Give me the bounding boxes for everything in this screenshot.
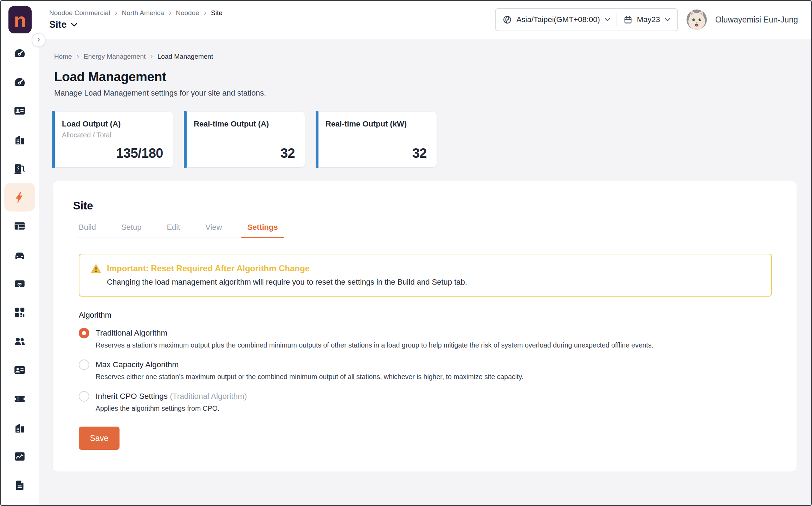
- tab-setup[interactable]: Setup: [120, 223, 143, 238]
- timezone-selector[interactable]: Asia/Taipei(GMT+08:00): [503, 15, 610, 24]
- sidebar-item-drivers[interactable]: [4, 356, 35, 384]
- breadcrumb-separator-icon: ›: [169, 9, 171, 17]
- radio-inherit-cpo-settings[interactable]: [79, 391, 89, 402]
- option-description: Reserves either one station's maximum ou…: [96, 373, 772, 381]
- document-icon: [13, 479, 26, 492]
- option-label-suffix: (Traditional Algorithm): [170, 392, 247, 401]
- site-tabs: Build Setup Edit View Settings: [77, 223, 279, 238]
- gauge-icon: [13, 76, 26, 88]
- ticket-icon: [13, 393, 26, 405]
- stat-card-realtime-amps: Real-time Output (A) 32: [185, 112, 305, 167]
- sidebar-item-vehicles[interactable]: [4, 240, 35, 269]
- org-breadcrumb-current: Site: [211, 9, 223, 17]
- user-avatar[interactable]: [687, 9, 707, 30]
- users-icon: [13, 335, 26, 348]
- org-breadcrumb-item[interactable]: Noodoe: [176, 9, 199, 17]
- id-card-icon: [13, 364, 26, 376]
- stat-card-load-output: Load Output (A) Allocated / Total 135/18…: [53, 112, 173, 167]
- stat-card-title: Load Output (A): [62, 119, 164, 129]
- radio-traditional-algorithm[interactable]: [79, 328, 89, 338]
- main-content: Home › Energy Management › Load Manageme…: [39, 39, 811, 505]
- breadcrumb-separator-icon: ›: [150, 53, 153, 60]
- qr-code-icon: [13, 306, 26, 319]
- top-header: n Noodoe Commercial › North America › No…: [1, 1, 811, 39]
- sidebar-item-transactions[interactable]: [4, 212, 35, 240]
- date-selector[interactable]: May23: [624, 15, 670, 24]
- sidebar-item-qr-codes[interactable]: [4, 298, 35, 327]
- option-description: Applies the algorithm settings from CPO.: [96, 404, 772, 413]
- date-label: May23: [637, 15, 660, 24]
- stat-card-title: Real-time Output (kW): [326, 119, 427, 129]
- calendar-icon: [624, 15, 632, 24]
- chart-icon: [13, 450, 26, 463]
- stat-card-subtitle: Allocated / Total: [62, 131, 164, 139]
- sidebar-nav: [1, 39, 39, 505]
- cat-avatar-image: [687, 9, 707, 30]
- page-breadcrumb: Home › Energy Management › Load Manageme…: [54, 53, 797, 60]
- option-label[interactable]: Inherit CPO Settings (Traditional Algori…: [96, 392, 772, 401]
- globe-icon: [503, 15, 512, 24]
- sidebar-collapse-button[interactable]: ›: [32, 33, 46, 47]
- site-panel: Site Build Setup Edit View Settings Impo…: [53, 181, 797, 472]
- page-title: Load Management: [54, 70, 797, 84]
- car-icon: [13, 248, 26, 261]
- breadcrumb-home[interactable]: Home: [54, 53, 72, 60]
- stat-card-value: 32: [412, 146, 427, 161]
- site-panel-title: Site: [73, 200, 772, 212]
- sidebar-item-rfid-cards[interactable]: [4, 269, 35, 298]
- breadcrumb-separator-icon: ›: [77, 53, 79, 60]
- sidebar-item-reports[interactable]: [4, 442, 35, 471]
- algorithm-group-label: Algorithm: [79, 311, 772, 320]
- org-breadcrumb: Noodoe Commercial › North America › Nood…: [49, 9, 223, 17]
- noodoe-logo[interactable]: n: [8, 6, 32, 33]
- sidebar-item-accounts[interactable]: [4, 96, 35, 125]
- sidebar-item-organizations[interactable]: [4, 413, 35, 442]
- user-name[interactable]: Oluwayemisi Eun-Jung: [715, 15, 798, 25]
- algorithm-options: Traditional Algorithm Reserves a station…: [79, 327, 772, 413]
- org-breadcrumb-item[interactable]: Noodoe Commercial: [49, 9, 110, 17]
- building-icon: [13, 421, 26, 434]
- option-inherit-cpo-settings: Inherit CPO Settings (Traditional Algori…: [79, 391, 772, 413]
- sidebar-item-dashboard[interactable]: [4, 39, 35, 67]
- warning-body: Changing the load management algorithm w…: [107, 278, 761, 287]
- tab-edit[interactable]: Edit: [165, 223, 181, 238]
- option-description: Reserves a station's maximum output plus…: [96, 341, 772, 349]
- tab-settings[interactable]: Settings: [246, 223, 279, 238]
- stat-card-value: 32: [281, 146, 295, 161]
- header-right: Asia/Taipei(GMT+08:00) May23: [495, 8, 798, 31]
- org-breadcrumb-item[interactable]: North America: [122, 9, 164, 17]
- sidebar-item-stations[interactable]: [4, 154, 35, 183]
- option-max-capacity-algorithm: Max Capacity Algorithm Reserves either o…: [79, 359, 772, 381]
- breadcrumb-separator-icon: ›: [115, 9, 117, 17]
- sidebar-item-sites[interactable]: [4, 125, 35, 154]
- site-selector-dropdown[interactable]: Site: [49, 19, 223, 30]
- sidebar-item-users[interactable]: [4, 327, 35, 356]
- ev-charger-icon: [13, 162, 26, 175]
- tab-build[interactable]: Build: [77, 223, 97, 238]
- option-traditional-algorithm: Traditional Algorithm Reserves a station…: [79, 327, 772, 349]
- rfid-card-icon: [13, 277, 26, 290]
- breadcrumb-energy-management[interactable]: Energy Management: [84, 53, 146, 60]
- tab-view[interactable]: View: [204, 223, 223, 238]
- table-icon: [13, 220, 26, 232]
- sidebar-item-load-management[interactable]: [4, 183, 35, 212]
- radio-max-capacity-algorithm[interactable]: [79, 359, 89, 370]
- option-label[interactable]: Traditional Algorithm: [96, 329, 772, 338]
- timezone-date-box: Asia/Taipei(GMT+08:00) May23: [495, 8, 678, 31]
- building-icon: [13, 133, 26, 146]
- option-label[interactable]: Max Capacity Algorithm: [96, 360, 772, 369]
- warning-triangle-icon: [90, 263, 102, 274]
- page-subtitle: Manage Load Management settings for your…: [54, 89, 797, 98]
- breadcrumb-separator-icon: ›: [204, 9, 206, 17]
- sidebar-item-coupons[interactable]: [4, 384, 35, 413]
- chevron-down-icon: [605, 18, 610, 21]
- sidebar-item-documents[interactable]: [4, 471, 35, 500]
- site-selector-label: Site: [49, 19, 67, 30]
- chevron-down-icon: [71, 23, 77, 27]
- lightning-bolt-icon: [13, 191, 26, 203]
- save-button[interactable]: Save: [79, 427, 120, 450]
- sidebar-item-monitor[interactable]: [4, 67, 35, 96]
- header-left: Noodoe Commercial › North America › Nood…: [49, 9, 223, 30]
- algorithm-change-warning: Important: Reset Required After Algorith…: [79, 254, 772, 297]
- vertical-divider: [617, 13, 617, 26]
